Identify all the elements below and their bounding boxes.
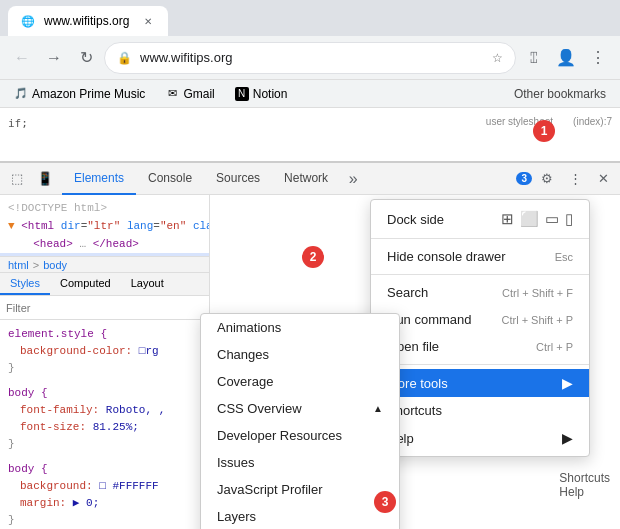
bookmark-gmail-label: Gmail [183,87,214,101]
shortcuts-item[interactable]: Shortcuts [371,397,589,424]
close-devtools-button[interactable]: ✕ [590,166,616,192]
browser-window: 🌐 www.wifitips.org ✕ ← → ↻ 🔒 www.wifitip… [0,0,620,529]
source-info: (index):7 [573,116,612,127]
submenu-changes[interactable]: Changes [201,341,399,368]
help-text: Help [559,485,610,499]
bookmark-bar: 🎵 Amazon Prime Music ✉ Gmail N Notion Ot… [0,80,620,108]
tab-elements[interactable]: Elements [62,163,136,195]
bookmark-star-icon[interactable]: ☆ [492,51,503,65]
more-tabs-button[interactable]: » [340,166,366,192]
tab-network[interactable]: Network [272,163,340,195]
devtools-panel: ⬚ 📱 Elements Console Sources Network » 3… [0,161,620,529]
annotation-2: 2 [302,246,324,268]
open-file-item[interactable]: Open file Ctrl + P [371,333,589,360]
bookmark-amazon-label: Amazon Prime Music [32,87,145,101]
more-tools-submenu: Animations Changes Coverage CSS Overview… [200,313,400,529]
bookmark-amazon[interactable]: 🎵 Amazon Prime Music [8,85,151,103]
breadcrumb: html > body [0,256,209,273]
chrome-menu-button[interactable]: ⋮ [584,44,612,72]
lock-icon: 🔒 [117,51,132,65]
help-arrow: ▶ [562,430,573,446]
address-bar[interactable]: 🔒 www.wifitips.org ☆ [104,42,516,74]
devtools-right-icons: 3 ⚙ ⋮ ✕ [516,166,616,192]
tab-close-button[interactable]: ✕ [140,13,156,29]
devtools-left-icons: ⬚ 📱 [4,166,58,192]
dock-icon-bottom[interactable]: ▭ [545,210,559,228]
search-item[interactable]: Search Ctrl + Shift + F [371,279,589,306]
dock-icon-separate[interactable]: ⊞ [501,210,514,228]
styles-content: element.style { background-color: □rg } … [0,320,209,529]
bookmark-notion[interactable]: N Notion [229,85,294,103]
dom-code-area: <!DOCTYPE html> ▼ <html dir="ltr" lang="… [0,195,210,256]
annotation-1: 1 [533,120,555,142]
css-prop-fontsize: font-size: [20,421,86,433]
shortcuts-text: Shortcuts [559,471,610,485]
bookmark-gmail[interactable]: ✉ Gmail [159,85,220,103]
address-text: www.wifitips.org [140,50,484,65]
submenu-coverage[interactable]: Coverage [201,368,399,395]
active-tab[interactable]: 🌐 www.wifitips.org ✕ [8,6,168,36]
code-line-head: <head> … </head> [0,235,209,253]
inspect-element-button[interactable]: ⬚ [4,166,30,192]
annotation-3: 3 [374,491,396,513]
commands-section: Search Ctrl + Shift + F Run command Ctrl… [371,275,589,365]
tab-console[interactable]: Console [136,163,204,195]
styles-tabs: Styles Computed Layout [0,273,209,296]
more-tools-item[interactable]: More tools ▶ [371,369,589,397]
back-button[interactable]: ← [8,44,36,72]
forward-button[interactable]: → [40,44,68,72]
extensions-button[interactable]: ⑄ [520,44,548,72]
gmail-icon: ✉ [165,87,179,101]
console-section: Hide console drawer Esc [371,239,589,275]
submenu-layers[interactable]: Layers [201,503,399,529]
device-toolbar-button[interactable]: 📱 [32,166,58,192]
css-close3: } [8,514,15,526]
code-line-doctype: <!DOCTYPE html> [0,199,209,217]
reload-button[interactable]: ↻ [72,44,100,72]
settings-button[interactable]: ⚙ [534,166,560,192]
dock-icon-left[interactable]: ⬜ [520,210,539,228]
css-selector-body1: body { [8,387,48,399]
notion-icon: N [235,87,249,101]
css-prop-fontfamily: font-family: [20,404,99,416]
submenu-dev-resources[interactable]: Developer Resources [201,422,399,449]
css-block-element: element.style { background-color: □rg } [8,326,201,377]
submenu-css-overview[interactable]: CSS Overview ▲ [201,395,399,422]
filter-bar [0,296,209,320]
breadcrumb-body[interactable]: body [43,259,67,271]
more-tools-arrow: ▶ [562,375,573,391]
tab-sources[interactable]: Sources [204,163,272,195]
webpage-area: if; (index):7 user stylesheet [0,108,620,161]
tab-styles[interactable]: Styles [0,273,50,295]
tools-section: More tools ▶ Shortcuts Help ▶ [371,365,589,456]
devtools-more-options-button[interactable]: ⋮ [562,166,588,192]
css-prop-bgcolor: background-color: [20,345,132,357]
breadcrumb-html[interactable]: html [8,259,29,271]
tab-computed[interactable]: Computed [50,273,121,295]
breadcrumb-sep: > [33,259,39,271]
hide-console-item[interactable]: Hide console drawer Esc [371,243,589,270]
main-content-area: Dock side ⊞ ⬜ ▭ ▯ [210,195,620,529]
amazon-icon: 🎵 [14,87,28,101]
filter-input[interactable] [6,302,203,314]
search-label: Search [387,285,428,300]
styles-panel: Styles Computed Layout element.style { b… [0,273,210,529]
css-value-bg: □ #FFFFFF [99,480,158,492]
submenu-issues[interactable]: Issues [201,449,399,476]
code-line-html: ▼ <html dir="ltr" lang="en" class lazy-l… [0,217,209,235]
run-command-shortcut: Ctrl + Shift + P [501,314,573,326]
css-value-fontfamily: Roboto, , [106,404,165,416]
dock-icon-right[interactable]: ▯ [565,210,573,228]
dom-panel: <!DOCTYPE html> ▼ <html dir="ltr" lang="… [0,195,210,529]
profile-button[interactable]: 👤 [552,44,580,72]
run-command-item[interactable]: Run command Ctrl + Shift + P [371,306,589,333]
css-selector-element: element.style { [8,328,107,340]
submenu-js-profiler[interactable]: JavaScript Profiler [201,476,399,503]
tab-layout[interactable]: Layout [121,273,174,295]
submenu-animations[interactable]: Animations [201,314,399,341]
help-item[interactable]: Help ▶ [371,424,589,452]
css-close: } [8,362,15,374]
tab-bar: 🌐 www.wifitips.org ✕ [0,0,620,36]
other-bookmarks[interactable]: Other bookmarks [508,85,612,103]
tab-title: www.wifitips.org [44,14,132,28]
